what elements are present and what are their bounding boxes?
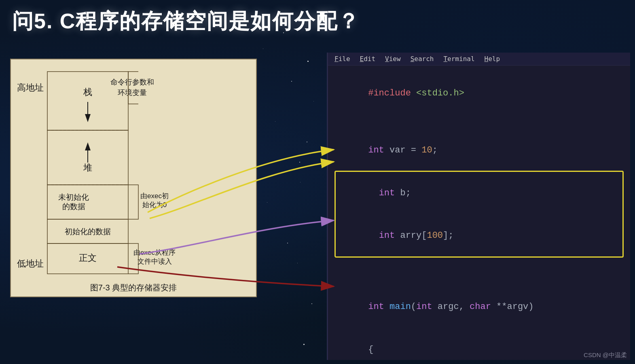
menu-search[interactable]: Search bbox=[411, 55, 434, 63]
page-title: 问5. C程序的存储空间是如何分配？ bbox=[12, 7, 360, 36]
code-line-2 bbox=[336, 115, 622, 129]
memory-layout-svg: 命令行参数和 环境变量 栈 堆 未初始化 的数据 由exec初 始化为0 初始化… bbox=[11, 59, 258, 298]
svg-text:命令行参数和: 命令行参数和 bbox=[110, 78, 154, 86]
diagram-caption: 图7-3 典型的存储器安排 bbox=[90, 282, 177, 293]
svg-text:正文: 正文 bbox=[79, 253, 97, 263]
svg-text:栈: 栈 bbox=[83, 87, 92, 97]
svg-text:堆: 堆 bbox=[83, 163, 92, 173]
memory-diagram: 高地址 低地址 命令行参数和 环境变量 栈 堆 未初始化 的数据 由exec初 … bbox=[10, 59, 257, 297]
editor-menubar: File Edit View Search Terminal Help bbox=[328, 53, 630, 66]
svg-text:始化为0: 始化为0 bbox=[142, 201, 167, 209]
code-line-6 bbox=[336, 257, 622, 271]
code-line-3: int var = 10; bbox=[336, 129, 622, 172]
svg-text:由exec初: 由exec初 bbox=[140, 192, 169, 200]
menu-file[interactable]: File bbox=[334, 55, 350, 63]
code-line-4: int b; bbox=[336, 171, 622, 214]
svg-text:初始化的数据: 初始化的数据 bbox=[65, 227, 111, 236]
code-line-1: #include <stdio.h> bbox=[336, 72, 622, 115]
highlighted-code-block: int b; int arry[100]; bbox=[336, 171, 622, 257]
code-editor-panel: File Edit View Search Terminal Help #inc… bbox=[327, 53, 630, 360]
svg-text:未初始化: 未初始化 bbox=[58, 193, 89, 201]
svg-text:由exec从程序: 由exec从程序 bbox=[133, 249, 176, 256]
code-line-8: int main(int argc, char **argv) bbox=[336, 286, 622, 328]
svg-text:的数据: 的数据 bbox=[62, 202, 85, 211]
svg-rect-10 bbox=[47, 185, 128, 219]
svg-text:文件中读入: 文件中读入 bbox=[138, 258, 172, 265]
menu-edit[interactable]: Edit bbox=[360, 55, 376, 63]
code-content-area: #include <stdio.h> int var = 10; int b; … bbox=[328, 66, 630, 364]
code-line-9: { bbox=[336, 328, 622, 364]
code-line-5: int arry[100]; bbox=[336, 214, 622, 257]
svg-text:环境变量: 环境变量 bbox=[118, 89, 147, 97]
watermark: CSDN @中温柔 bbox=[584, 351, 627, 359]
menu-help[interactable]: Help bbox=[485, 55, 500, 63]
menu-view[interactable]: View bbox=[385, 55, 401, 63]
menu-terminal[interactable]: Terminal bbox=[443, 55, 474, 63]
code-line-7 bbox=[336, 271, 622, 286]
